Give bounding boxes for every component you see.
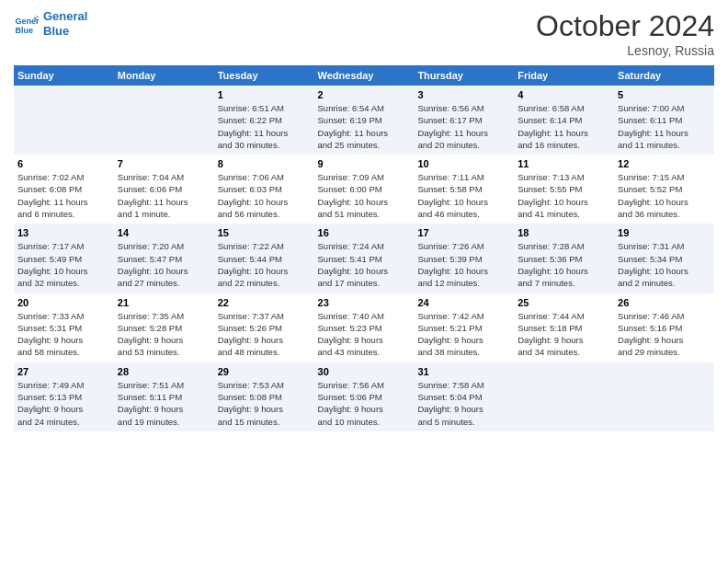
day-content: Sunrise: 6:56 AM Sunset: 6:17 PM Dayligh…	[417, 102, 510, 151]
day-number: 6	[17, 158, 110, 169]
day-content: Sunrise: 7:20 AM Sunset: 5:47 PM Dayligh…	[118, 240, 210, 289]
month-title: October 2024	[536, 9, 714, 43]
page-header: General Blue GeneralBlue October 2024 Le…	[14, 9, 714, 58]
calendar-cell: 22Sunrise: 7:37 AM Sunset: 5:26 PM Dayli…	[214, 293, 314, 362]
day-content: Sunrise: 7:58 AM Sunset: 5:04 PM Dayligh…	[417, 379, 510, 428]
weekday-header: Friday	[514, 65, 614, 86]
weekday-header: Wednesday	[314, 65, 415, 86]
weekday-header: Sunday	[14, 65, 114, 86]
day-content: Sunrise: 7:56 AM Sunset: 5:06 PM Dayligh…	[318, 379, 411, 428]
day-number: 5	[618, 89, 711, 100]
day-number: 21	[118, 297, 210, 308]
calendar-cell: 6Sunrise: 7:02 AM Sunset: 6:08 PM Daylig…	[14, 155, 114, 224]
day-content: Sunrise: 7:15 AM Sunset: 5:52 PM Dayligh…	[618, 171, 711, 220]
day-content: Sunrise: 7:42 AM Sunset: 5:21 PM Dayligh…	[417, 310, 510, 359]
day-content: Sunrise: 7:37 AM Sunset: 5:26 PM Dayligh…	[218, 310, 311, 359]
calendar-cell: 4Sunrise: 6:58 AM Sunset: 6:14 PM Daylig…	[514, 86, 614, 155]
day-number: 27	[17, 366, 110, 377]
day-content: Sunrise: 7:13 AM Sunset: 5:55 PM Dayligh…	[518, 171, 610, 220]
day-content: Sunrise: 6:58 AM Sunset: 6:14 PM Dayligh…	[518, 102, 610, 151]
day-content: Sunrise: 7:28 AM Sunset: 5:36 PM Dayligh…	[518, 240, 610, 289]
calendar-cell: 8Sunrise: 7:06 AM Sunset: 6:03 PM Daylig…	[214, 155, 314, 224]
svg-text:Blue: Blue	[15, 25, 33, 34]
day-number: 24	[417, 297, 510, 308]
day-number: 12	[618, 158, 711, 169]
day-content: Sunrise: 7:33 AM Sunset: 5:31 PM Dayligh…	[17, 310, 110, 359]
day-content: Sunrise: 7:11 AM Sunset: 5:58 PM Dayligh…	[417, 171, 510, 220]
calendar-cell: 7Sunrise: 7:04 AM Sunset: 6:06 PM Daylig…	[114, 155, 214, 224]
calendar-cell: 23Sunrise: 7:40 AM Sunset: 5:23 PM Dayli…	[314, 293, 415, 362]
logo-icon: General Blue	[14, 11, 40, 37]
calendar-cell: 11Sunrise: 7:13 AM Sunset: 5:55 PM Dayli…	[514, 155, 614, 224]
location: Lesnoy, Russia	[536, 43, 714, 58]
calendar-cell: 24Sunrise: 7:42 AM Sunset: 5:21 PM Dayli…	[414, 293, 514, 362]
day-number: 14	[118, 227, 210, 238]
day-content: Sunrise: 7:09 AM Sunset: 6:00 PM Dayligh…	[318, 171, 411, 220]
calendar-cell: 18Sunrise: 7:28 AM Sunset: 5:36 PM Dayli…	[514, 224, 614, 293]
day-content: Sunrise: 7:17 AM Sunset: 5:49 PM Dayligh…	[17, 240, 110, 289]
day-content: Sunrise: 7:51 AM Sunset: 5:11 PM Dayligh…	[118, 379, 210, 428]
calendar-cell: 15Sunrise: 7:22 AM Sunset: 5:44 PM Dayli…	[214, 224, 314, 293]
day-content: Sunrise: 7:40 AM Sunset: 5:23 PM Dayligh…	[318, 310, 411, 359]
day-content: Sunrise: 7:04 AM Sunset: 6:06 PM Dayligh…	[118, 171, 210, 220]
calendar-cell: 12Sunrise: 7:15 AM Sunset: 5:52 PM Dayli…	[614, 155, 714, 224]
calendar-week-row: 20Sunrise: 7:33 AM Sunset: 5:31 PM Dayli…	[14, 293, 714, 362]
calendar-cell: 21Sunrise: 7:35 AM Sunset: 5:28 PM Dayli…	[114, 293, 214, 362]
calendar-cell: 19Sunrise: 7:31 AM Sunset: 5:34 PM Dayli…	[614, 224, 714, 293]
calendar-week-row: 13Sunrise: 7:17 AM Sunset: 5:49 PM Dayli…	[14, 224, 714, 293]
day-number: 22	[218, 297, 311, 308]
calendar-cell: 5Sunrise: 7:00 AM Sunset: 6:11 PM Daylig…	[614, 86, 714, 155]
day-number: 9	[318, 158, 411, 169]
calendar-week-row: 6Sunrise: 7:02 AM Sunset: 6:08 PM Daylig…	[14, 155, 714, 224]
calendar-cell	[114, 86, 214, 155]
day-number: 7	[118, 158, 210, 169]
calendar-cell: 14Sunrise: 7:20 AM Sunset: 5:47 PM Dayli…	[114, 224, 214, 293]
title-block: October 2024 Lesnoy, Russia	[536, 9, 714, 58]
weekday-header-row: SundayMondayTuesdayWednesdayThursdayFrid…	[14, 65, 714, 86]
day-number: 23	[318, 297, 411, 308]
calendar-cell: 31Sunrise: 7:58 AM Sunset: 5:04 PM Dayli…	[414, 362, 514, 431]
day-content: Sunrise: 6:51 AM Sunset: 6:22 PM Dayligh…	[218, 102, 311, 151]
day-content: Sunrise: 7:26 AM Sunset: 5:39 PM Dayligh…	[417, 240, 510, 289]
day-content: Sunrise: 7:35 AM Sunset: 5:28 PM Dayligh…	[118, 310, 210, 359]
day-content: Sunrise: 7:49 AM Sunset: 5:13 PM Dayligh…	[17, 379, 110, 428]
logo: General Blue GeneralBlue	[14, 9, 87, 38]
calendar-cell: 17Sunrise: 7:26 AM Sunset: 5:39 PM Dayli…	[414, 224, 514, 293]
calendar-cell: 9Sunrise: 7:09 AM Sunset: 6:00 PM Daylig…	[314, 155, 415, 224]
day-content: Sunrise: 6:54 AM Sunset: 6:19 PM Dayligh…	[318, 102, 411, 151]
day-number: 31	[417, 366, 510, 377]
day-number: 19	[618, 227, 711, 238]
day-number: 28	[118, 366, 210, 377]
day-content: Sunrise: 7:44 AM Sunset: 5:18 PM Dayligh…	[518, 310, 610, 359]
day-number: 30	[318, 366, 411, 377]
day-content: Sunrise: 7:53 AM Sunset: 5:08 PM Dayligh…	[218, 379, 311, 428]
calendar-cell: 3Sunrise: 6:56 AM Sunset: 6:17 PM Daylig…	[414, 86, 514, 155]
calendar-cell: 10Sunrise: 7:11 AM Sunset: 5:58 PM Dayli…	[414, 155, 514, 224]
calendar-cell: 13Sunrise: 7:17 AM Sunset: 5:49 PM Dayli…	[14, 224, 114, 293]
calendar-cell: 16Sunrise: 7:24 AM Sunset: 5:41 PM Dayli…	[314, 224, 415, 293]
weekday-header: Monday	[114, 65, 214, 86]
day-number: 26	[618, 297, 711, 308]
day-content: Sunrise: 7:06 AM Sunset: 6:03 PM Dayligh…	[218, 171, 311, 220]
day-content: Sunrise: 7:31 AM Sunset: 5:34 PM Dayligh…	[618, 240, 711, 289]
day-number: 20	[17, 297, 110, 308]
weekday-header: Saturday	[614, 65, 714, 86]
calendar-cell: 27Sunrise: 7:49 AM Sunset: 5:13 PM Dayli…	[14, 362, 114, 431]
day-number: 16	[318, 227, 411, 238]
calendar-cell	[514, 362, 614, 431]
calendar-cell: 2Sunrise: 6:54 AM Sunset: 6:19 PM Daylig…	[314, 86, 415, 155]
weekday-header: Thursday	[414, 65, 514, 86]
calendar-cell: 25Sunrise: 7:44 AM Sunset: 5:18 PM Dayli…	[514, 293, 614, 362]
day-number: 25	[518, 297, 610, 308]
day-content: Sunrise: 7:46 AM Sunset: 5:16 PM Dayligh…	[618, 310, 711, 359]
calendar-week-row: 1Sunrise: 6:51 AM Sunset: 6:22 PM Daylig…	[14, 86, 714, 155]
calendar-cell	[14, 86, 114, 155]
day-content: Sunrise: 7:00 AM Sunset: 6:11 PM Dayligh…	[618, 102, 711, 151]
day-number: 8	[218, 158, 311, 169]
calendar-week-row: 27Sunrise: 7:49 AM Sunset: 5:13 PM Dayli…	[14, 362, 714, 431]
day-number: 17	[417, 227, 510, 238]
calendar-cell: 30Sunrise: 7:56 AM Sunset: 5:06 PM Dayli…	[314, 362, 415, 431]
day-content: Sunrise: 7:22 AM Sunset: 5:44 PM Dayligh…	[218, 240, 311, 289]
day-number: 4	[518, 89, 610, 100]
calendar-cell: 28Sunrise: 7:51 AM Sunset: 5:11 PM Dayli…	[114, 362, 214, 431]
